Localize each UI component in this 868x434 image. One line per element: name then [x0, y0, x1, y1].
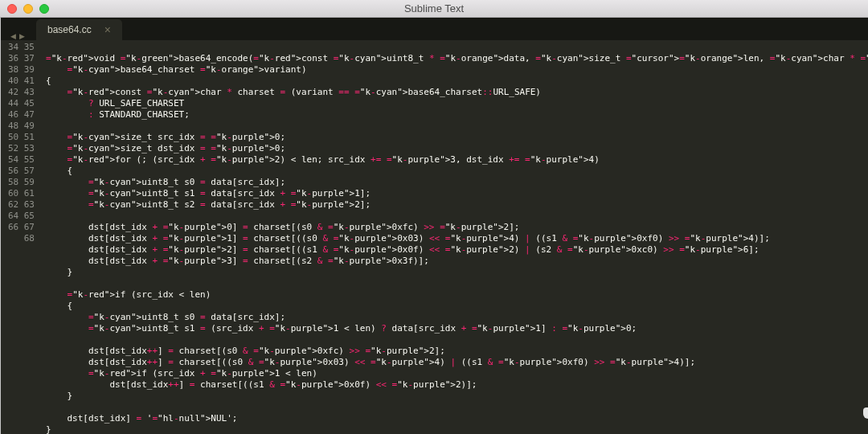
window-titlebar: Sublime Text	[0, 0, 868, 18]
tab-base64[interactable]: base64.cc ×	[36, 19, 122, 40]
fold-left-icon: ◀	[10, 32, 16, 40]
window-controls	[7, 4, 49, 14]
watermark: xueyuanjun	[863, 407, 868, 428]
tab-label: base64.cc	[47, 24, 92, 35]
code-area[interactable]: ="k-red">void ="k-green">base64_encode(=…	[41, 40, 868, 434]
wechat-icon	[863, 407, 868, 427]
editor-pane: ◀ ▶ base64.cc × 34 35 36 37 38 39 40 41 …	[1, 18, 868, 434]
minimize-window-button[interactable]	[23, 4, 33, 14]
fold-right-icon: ▶	[19, 32, 25, 40]
editor-body: 34 35 36 37 38 39 40 41 42 43 44 45 46 4…	[1, 40, 868, 434]
line-numbers: 34 35 36 37 38 39 40 41 42 43 44 45 46 4…	[1, 40, 41, 434]
fold-indicators[interactable]: ◀ ▶	[1, 26, 35, 40]
zoom-window-button[interactable]	[39, 4, 49, 14]
main-area: FOLDERS ▼tensorflow▶tensorflow▶third_par…	[0, 18, 868, 434]
close-tab-icon[interactable]: ×	[104, 23, 111, 36]
tab-bar: ◀ ▶ base64.cc ×	[1, 18, 868, 40]
window-title: Sublime Text	[404, 2, 464, 14]
close-window-button[interactable]	[7, 4, 17, 14]
